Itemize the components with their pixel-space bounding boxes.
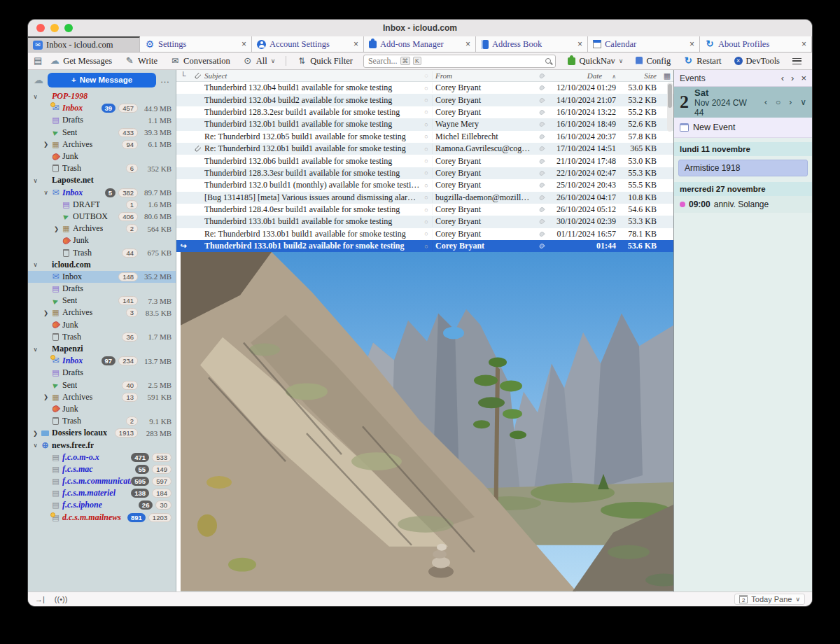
folder-row[interactable]: Trash 2 9.1 KB (28, 415, 176, 427)
tab-calendar[interactable]: Calendar × (588, 36, 700, 52)
column-picker-icon[interactable]: ▦ (661, 71, 673, 80)
folder-row[interactable]: ❯ Archives 94 6.1 MB (28, 139, 176, 150)
folder-pane-options-button[interactable]: … (160, 74, 170, 85)
events-prev-button[interactable]: ‹ (781, 73, 784, 83)
get-messages-button[interactable]: Get Messages (45, 54, 117, 68)
message-row[interactable]: Thunderbird 132.0 build1 (monthly) avail… (176, 179, 673, 191)
folder-row[interactable]: Sent 141 7.3 MB (28, 295, 176, 307)
read-indicator[interactable]: ○ (421, 85, 432, 92)
junk-column-icon[interactable] (536, 74, 547, 78)
tab-address-book[interactable]: Address Book × (476, 36, 588, 52)
new-event-button[interactable]: New Event (674, 118, 812, 138)
read-indicator[interactable]: ○ (421, 182, 432, 189)
prev-day-button[interactable]: ‹ (764, 97, 767, 107)
folder-row[interactable]: ∨ Inbox 5 382 89.7 MB (28, 187, 176, 199)
twisty-icon[interactable]: ∨ (41, 189, 50, 196)
folder-row[interactable]: Inbox 39 457 44.9 MB (28, 102, 176, 114)
read-indicator[interactable]: ○ (421, 169, 432, 176)
twisty-icon[interactable]: ❯ (41, 309, 50, 316)
twisty-icon[interactable]: ∨ (31, 346, 40, 353)
read-indicator[interactable]: ○ (421, 133, 432, 140)
folder-row[interactable]: Trash 44 675 KB (28, 246, 176, 258)
search-input[interactable]: Search... ⌘ K (363, 55, 556, 68)
folder-row[interactable]: Sent 40 2.5 MB (28, 379, 176, 391)
scrollbar-thumb[interactable] (668, 84, 672, 108)
read-indicator[interactable]: ○ (421, 230, 432, 237)
junk-indicator[interactable] (536, 146, 547, 151)
twisty-icon[interactable]: ∨ (31, 261, 40, 268)
folder-row[interactable]: Junk (28, 403, 176, 415)
folder-row[interactable]: Junk (28, 234, 176, 246)
folder-row[interactable]: Drafts (28, 283, 176, 295)
folder-row[interactable]: Drafts 1.1 MB (28, 114, 176, 126)
today-button[interactable]: ○ (776, 97, 780, 107)
tab-close-icon[interactable]: × (354, 39, 358, 49)
read-indicator[interactable]: ○ (421, 206, 432, 214)
twisty-icon[interactable]: ❯ (31, 430, 40, 437)
folder-row[interactable]: f.c.s.m.materiel 138 184 (28, 487, 176, 499)
conversation-button[interactable]: Conversation (165, 55, 235, 68)
twisty-icon[interactable]: ❯ (41, 141, 50, 148)
quick-filter-button[interactable]: Quick Filter (292, 55, 358, 68)
junk-indicator[interactable] (536, 183, 547, 188)
tab-about-profiles[interactable]: About Profiles × (700, 36, 812, 52)
folder-row[interactable]: f.c.s.iphone 26 30 (28, 499, 176, 511)
read-indicator[interactable]: ○ (421, 218, 432, 225)
junk-indicator[interactable] (536, 207, 547, 212)
message-row[interactable]: Thunderbird 128.3.3esr build1 available … (176, 167, 673, 179)
tab-account-settings[interactable]: Account Settings × (252, 36, 364, 52)
attachment-column-icon[interactable] (190, 73, 204, 79)
message-list-scrollbar[interactable] (667, 83, 673, 132)
folder-row[interactable]: Trash 6 352 KB (28, 162, 176, 174)
junk-indicator[interactable] (536, 122, 547, 127)
read-indicator[interactable]: ○ (421, 243, 432, 250)
message-row[interactable]: Thunderbird 133.0b1 build1 available for… (176, 216, 673, 227)
junk-indicator[interactable] (536, 219, 547, 224)
folder-row[interactable]: f.c.o.m-o.x 471 533 (28, 451, 176, 463)
folder-row[interactable]: ∨ POP-1998 (28, 90, 176, 102)
tab-inbox-icloud-com[interactable]: Inbox - icloud.com (28, 36, 140, 52)
date-column-header[interactable]: Date∧ (547, 71, 622, 80)
twisty-icon[interactable]: ❯ (41, 393, 50, 400)
folder-row[interactable]: ∨ Laposte.net (28, 174, 176, 186)
folder-row[interactable]: ❯ Archives 3 83.5 KB (28, 307, 176, 318)
message-row[interactable]: Thunderbird 132.0b6 build1 available for… (176, 155, 673, 167)
all-day-event[interactable]: Armistice 1918 (678, 160, 808, 176)
new-message-button[interactable]: + New Message (48, 73, 156, 88)
message-row[interactable]: [Bug 1314185] [meta] Various issues arou… (176, 192, 673, 204)
tab-close-icon[interactable]: × (241, 39, 246, 49)
folder-row[interactable]: Inbox 148 35.2 MB (28, 271, 176, 283)
view-picker-dropdown[interactable]: All ∨ (238, 54, 281, 68)
message-row[interactable]: Re: Thunderbird 133.0b1 build1 available… (176, 228, 673, 240)
junk-indicator[interactable] (536, 134, 547, 139)
quicknav-button[interactable]: QuickNav ∨ (563, 55, 628, 68)
from-column-header[interactable]: From (432, 71, 536, 80)
tab-close-icon[interactable]: × (465, 39, 470, 49)
folder-row[interactable]: Junk (28, 319, 176, 331)
tab-close-icon[interactable]: × (578, 39, 582, 49)
events-next-button[interactable]: › (791, 73, 794, 83)
size-column-header[interactable]: Size (622, 71, 661, 80)
read-indicator[interactable]: ○ (421, 158, 432, 164)
folder-row[interactable]: f.c.s.m.communication 595 597 (28, 475, 176, 487)
twisty-icon[interactable]: ∨ (31, 442, 40, 449)
message-row[interactable]: Thunderbird 132.0b4 build1 available for… (176, 82, 673, 94)
tab-close-icon[interactable]: × (690, 39, 694, 49)
message-row[interactable]: ↪ Thunderbird 133.0b1 build2 available f… (176, 240, 673, 252)
folder-row[interactable]: DRAFT 1 1.6 MB (28, 199, 176, 211)
junk-indicator[interactable] (536, 110, 547, 115)
message-row[interactable]: Re: Thunderbird 132.0b1 build1 available… (176, 143, 673, 155)
tab-close-icon[interactable]: × (802, 39, 806, 49)
twisty-icon[interactable]: ∨ (31, 93, 40, 100)
junk-indicator[interactable] (536, 98, 547, 103)
subject-column-header[interactable]: Subject (204, 71, 421, 80)
twisty-icon[interactable]: ❯ (52, 225, 61, 232)
message-row[interactable]: Re: Thunderbird 132.0b5 build1 available… (176, 131, 673, 143)
junk-indicator[interactable] (536, 159, 547, 164)
online-status-icon[interactable]: ((•)) (55, 595, 68, 603)
read-indicator[interactable]: ○ (421, 146, 432, 153)
folder-row[interactable]: Drafts (28, 367, 176, 379)
app-menu-button[interactable] (788, 57, 806, 66)
thread-column-icon[interactable]: └ (176, 71, 190, 80)
restart-button[interactable]: Restart (678, 54, 726, 68)
